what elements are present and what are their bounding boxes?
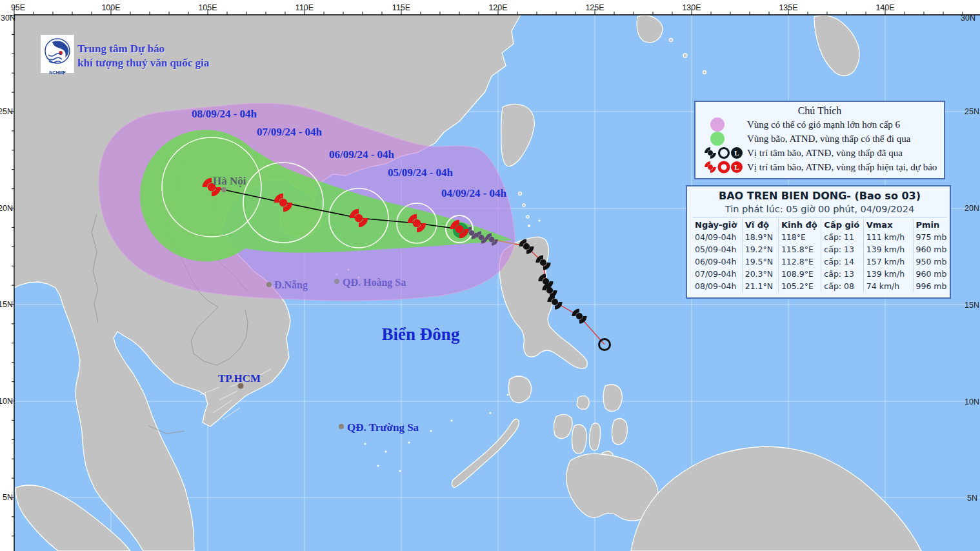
table-cell: 21.1°N: [742, 280, 778, 292]
lon-label: 140E: [875, 3, 894, 12]
typhoon-icon: [705, 147, 716, 159]
lat-label: 10N: [0, 397, 13, 406]
left-axis-margin: [0, 15, 14, 551]
storm-info-panel: BAO TREN BIEN DONG- (Bao so 03) Tin phát…: [686, 185, 951, 299]
table-cell: 08/09-04h: [692, 280, 742, 292]
table-cell: 04/09-04h: [692, 231, 742, 243]
sea-name-label: Biển Đông: [382, 325, 460, 344]
svg-text:15N: 15N: [965, 301, 979, 310]
agency-title-line2: khí tượng thuỷ văn quốc gia: [77, 56, 209, 70]
city-dot-hcm: [238, 383, 244, 389]
date-label: 07/09/24 - 04h: [257, 126, 323, 138]
city-dot-danang: [266, 282, 272, 287]
typhoon-icon: [705, 161, 716, 173]
agency-title: Trung tâm Dự báo khí tượng thuỷ văn quốc…: [77, 42, 209, 70]
table-cell: cấp: 14: [821, 255, 863, 268]
lat-label: 20N: [0, 204, 13, 213]
city-label-hanoi: Hà Nội: [213, 175, 246, 187]
table-cell: cấp: 13: [821, 243, 863, 255]
table-cell: cấp: 08: [821, 280, 863, 292]
lon-label: 125E: [585, 3, 604, 12]
table-row: 05/09-04h 19.2°N 115.8°E cấp: 13 139 km/…: [692, 243, 947, 255]
table-cell: 950 mb: [913, 255, 947, 268]
city-dot-hoangsa: [334, 279, 339, 284]
table-row: 04/09-04h 18.9°N 118°E cấp: 11 111 km/h …: [692, 231, 947, 243]
table-cell: 20.3°N: [742, 268, 778, 280]
city-label-hoangsa: QĐ. Hoàng Sa: [343, 277, 406, 288]
table-cell: cấp: 13: [821, 268, 863, 280]
table-cell: 06/09-04h: [692, 255, 742, 268]
legend: Chú Thích Vùng có thể có gió mạnh lớn hơ…: [694, 101, 945, 179]
city-label-truongsa: QĐ. Trường Sa: [347, 421, 419, 434]
city-dot-truongsa: [339, 424, 344, 429]
table-cell: 975 mb: [913, 231, 947, 243]
lon-label: 105E: [198, 3, 217, 12]
lon-label: 95E: [11, 3, 25, 12]
svg-text:10N: 10N: [965, 397, 979, 406]
legend-label: Vị trí tâm bão, ATNĐ, vùng thấp hiện tại…: [747, 162, 937, 173]
lon-label: 120E: [488, 3, 507, 12]
forecast-map-screen: 08/09/24 - 04h 07/09/24 - 04h 06/09/24 -…: [0, 0, 980, 551]
svg-text:L: L: [734, 163, 739, 171]
legend-label: Vùng có thể có gió mạnh lớn hơn cấp 6: [747, 119, 900, 130]
table-cell: 157 km/h: [863, 255, 913, 268]
col-header: Ngày-giờ: [692, 219, 742, 231]
table-cell: 960 mb: [913, 243, 947, 255]
table-cell: 108.9°E: [778, 268, 821, 280]
svg-text:5N: 5N: [967, 494, 977, 503]
table-cell: 111 km/h: [863, 231, 913, 243]
table-header-row: Ngày-giờ Vĩ độ Kinh độ Cấp gió Vmax Pmin: [692, 219, 947, 231]
col-header: Vmax: [863, 219, 913, 231]
city-label-hcm: TP.HCM: [218, 372, 261, 385]
table-cell: 115.8°E: [778, 243, 821, 255]
lat-label: 5N: [3, 493, 13, 502]
nchmf-logo-graphic: [41, 35, 74, 73]
lon-label: 115E: [392, 3, 410, 12]
past-position-icons: L: [699, 146, 747, 160]
table-cell: 105.2°E: [778, 280, 821, 292]
table-cell: 07/09-04h: [692, 268, 742, 280]
table-cell: 05/09-04h: [692, 243, 742, 255]
col-header: Vĩ độ: [742, 219, 778, 231]
depression-icon: [719, 163, 728, 172]
storm-title: BAO TREN BIEN DONG- (Bao so 03): [692, 189, 947, 203]
table-cell: 996 mb: [913, 280, 947, 292]
table-cell: cấp: 11: [821, 231, 863, 243]
table-cell: 139 km/h: [863, 268, 913, 280]
lon-label: 110E: [295, 3, 314, 12]
svg-text:25N: 25N: [965, 107, 979, 116]
lat-label-corner: 30N: [961, 14, 975, 23]
table-row: 08/09-04h 21.1°N 105.2°E cấp: 08 74 km/h…: [692, 280, 947, 292]
table-row: 07/09-04h 20.3°N 108.9°E cấp: 13 139 km/…: [692, 268, 947, 280]
lon-label: 135E: [779, 3, 797, 12]
legend-label: Vùng bão, ATNĐ, vùng thấp có thể đi qua: [747, 134, 910, 145]
legend-row-storm-pass: Vùng bão, ATNĐ, vùng thấp có thể đi qua: [699, 132, 940, 146]
table-cell: 19.2°N: [742, 243, 778, 255]
svg-text:L: L: [734, 149, 739, 157]
date-label: 06/09/24 - 04h: [329, 148, 395, 161]
table-row: 06/09-04h 19.5°N 112.8°E cấp: 14 157 km/…: [692, 255, 947, 268]
legend-row-past-position: L Vị trí tâm bão, ATNĐ, vùng thấp đã qua: [699, 146, 940, 160]
col-header: Kinh độ: [778, 219, 821, 231]
svg-text:20N: 20N: [965, 204, 979, 213]
date-label: 05/09/24 - 04h: [388, 166, 454, 179]
table-cell: 139 km/h: [863, 243, 913, 255]
lat-label: 15N: [0, 300, 13, 309]
table-cell: 18.9°N: [742, 231, 778, 243]
col-header: Pmin: [913, 219, 947, 231]
city-label-danang: Đ.Nẵng: [274, 279, 308, 291]
lat-label-corner: 30N: [1, 14, 15, 23]
table-cell: 118°E: [778, 231, 821, 243]
city-dot-hanoi: [221, 187, 226, 192]
current-position-icons: L: [699, 160, 747, 174]
legend-title: Chú Thích: [699, 104, 940, 117]
lon-label: 130E: [682, 3, 701, 12]
nchmf-logo: NCHMF: [41, 35, 74, 73]
table-cell: 19.5°N: [742, 255, 778, 268]
storm-forecast-table: Ngày-giờ Vĩ độ Kinh độ Cấp gió Vmax Pmin…: [692, 219, 947, 292]
table-cell: 960 mb: [913, 268, 947, 280]
table-cell: 112.8°E: [778, 255, 821, 268]
agency-title-line1: Trung tâm Dự báo: [77, 42, 209, 56]
legend-row-current-forecast: L Vị trí tâm bão, ATNĐ, vùng thấp hiện t…: [699, 160, 940, 174]
legend-row-strong-wind: Vùng có thể có gió mạnh lớn hơn cấp 6: [699, 117, 940, 132]
